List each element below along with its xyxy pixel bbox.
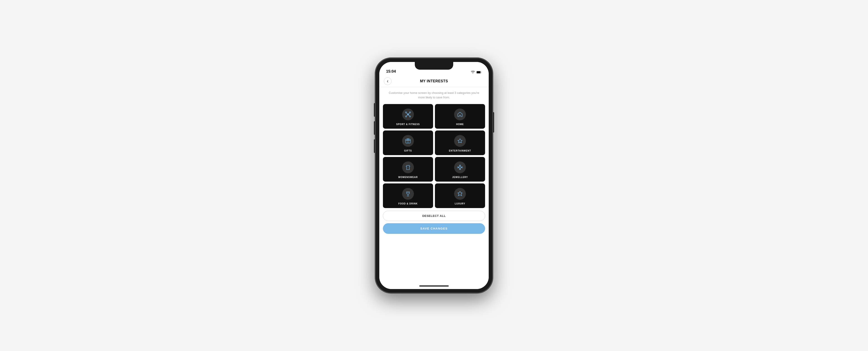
food-drink-label: FOOD & DRINK xyxy=(398,202,417,205)
categories-grid: SPORT & FITNESS HOME xyxy=(379,104,489,208)
svg-point-4 xyxy=(405,116,407,117)
phone-screen: 15:04 xyxy=(379,62,489,289)
status-time: 15:04 xyxy=(386,69,396,74)
sport-fitness-icon xyxy=(405,112,411,117)
svg-point-2 xyxy=(405,112,407,113)
home-indicator xyxy=(379,283,489,289)
nav-header: MY INTERESTS xyxy=(379,76,489,87)
home-bar xyxy=(419,285,449,287)
home-icon-wrap xyxy=(454,109,466,120)
category-sport-fitness[interactable]: SPORT & FITNESS xyxy=(383,104,433,129)
subtitle-text: Customise your home screen by choosing a… xyxy=(379,87,489,104)
jewellery-icon-wrap xyxy=(454,162,466,173)
womenswear-icon xyxy=(405,165,411,170)
category-luxury[interactable]: LUXURY xyxy=(435,183,485,208)
svg-marker-9 xyxy=(458,139,462,143)
status-bar: 15:04 xyxy=(379,62,489,76)
category-entertainment[interactable]: ENTERTAINMENT xyxy=(435,130,485,155)
category-gifts[interactable]: GIFTS xyxy=(383,130,433,155)
gifts-icon-wrap xyxy=(402,135,414,147)
food-drink-icon-wrap xyxy=(402,188,414,200)
svg-point-10 xyxy=(459,167,461,169)
entertainment-label: ENTERTAINMENT xyxy=(449,149,471,152)
food-drink-icon xyxy=(405,191,411,197)
luxury-icon-wrap xyxy=(454,188,466,200)
entertainment-icon xyxy=(457,138,463,144)
jewellery-label: JEWELLERY xyxy=(452,176,468,178)
battery-icon xyxy=(476,71,482,74)
luxury-label: LUXURY xyxy=(455,202,465,205)
notch xyxy=(415,62,453,70)
womenswear-icon-wrap xyxy=(402,162,414,173)
category-food-drink[interactable]: FOOD & DRINK xyxy=(383,183,433,208)
phone-device: 15:04 xyxy=(375,58,493,293)
home-icon xyxy=(457,112,463,117)
svg-point-5 xyxy=(409,116,410,117)
category-jewellery[interactable]: JEWELLERY xyxy=(435,157,485,182)
svg-point-3 xyxy=(409,112,410,113)
back-button[interactable] xyxy=(384,77,392,85)
save-changes-button[interactable]: SAVE CHANGES xyxy=(383,223,485,234)
gifts-icon xyxy=(405,138,411,144)
luxury-icon xyxy=(457,191,463,197)
phone-body: 15:04 xyxy=(375,58,493,293)
sport-fitness-label: SPORT & FITNESS xyxy=(396,123,420,125)
category-womenswear[interactable]: WOMENSWEAR xyxy=(383,157,433,182)
page-title: MY INTERESTS xyxy=(420,79,448,83)
home-label: HOME xyxy=(456,123,464,125)
gifts-label: GIFTS xyxy=(404,149,412,152)
bottom-actions: DESELECT ALL SAVE CHANGES xyxy=(379,208,489,238)
category-home[interactable]: HOME xyxy=(435,104,485,129)
entertainment-icon-wrap xyxy=(454,135,466,147)
main-content: Customise your home screen by choosing a… xyxy=(379,87,489,283)
status-icons xyxy=(471,71,482,74)
wifi-icon xyxy=(471,71,475,74)
deselect-all-button[interactable]: DESELECT ALL xyxy=(383,211,485,221)
svg-rect-1 xyxy=(477,71,480,73)
jewellery-icon xyxy=(457,165,463,170)
womenswear-label: WOMENSWEAR xyxy=(398,176,418,178)
sport-fitness-icon-wrap xyxy=(402,109,414,120)
